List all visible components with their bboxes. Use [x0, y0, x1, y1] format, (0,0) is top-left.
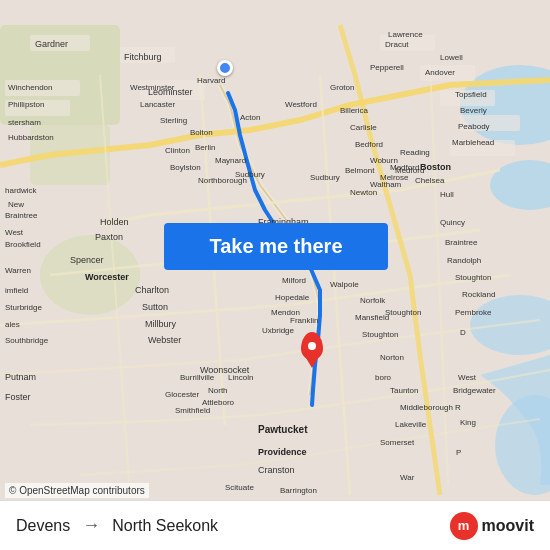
svg-text:Uxbridge: Uxbridge	[262, 326, 295, 335]
svg-text:Fitchburg: Fitchburg	[124, 52, 162, 62]
svg-text:Webster: Webster	[148, 335, 181, 345]
svg-text:Pawtucket: Pawtucket	[258, 424, 308, 435]
svg-text:Middleborough: Middleborough	[400, 403, 453, 412]
svg-text:War: War	[400, 473, 415, 482]
svg-text:Newton: Newton	[350, 188, 377, 197]
svg-text:Beverly: Beverly	[460, 106, 487, 115]
svg-text:Paxton: Paxton	[95, 232, 123, 242]
svg-text:Braintree: Braintree	[5, 211, 38, 220]
svg-text:Sturbridge: Sturbridge	[5, 303, 42, 312]
moovit-text: moovit	[482, 517, 534, 535]
svg-text:North: North	[208, 386, 228, 395]
svg-text:Phillipston: Phillipston	[8, 100, 44, 109]
svg-text:Stoughton: Stoughton	[455, 273, 491, 282]
svg-text:Brookfield: Brookfield	[5, 240, 41, 249]
svg-text:Marblehead: Marblehead	[452, 138, 494, 147]
svg-text:D: D	[460, 328, 466, 337]
origin-label: Devens	[16, 517, 70, 535]
svg-text:Bedford: Bedford	[355, 140, 383, 149]
svg-text:Topsfield: Topsfield	[455, 90, 487, 99]
svg-text:Pepperell: Pepperell	[370, 63, 404, 72]
svg-text:Lancaster: Lancaster	[140, 100, 175, 109]
svg-text:Harvard: Harvard	[197, 76, 225, 85]
svg-text:hardwick: hardwick	[5, 186, 38, 195]
svg-text:Lawrence: Lawrence	[388, 30, 423, 39]
svg-text:Norton: Norton	[380, 353, 404, 362]
svg-text:Andover: Andover	[425, 68, 455, 77]
svg-text:Hull: Hull	[440, 190, 454, 199]
svg-text:Westminster: Westminster	[130, 83, 175, 92]
svg-text:Taunton: Taunton	[390, 386, 418, 395]
svg-text:Glocester: Glocester	[165, 390, 200, 399]
svg-text:Sterling: Sterling	[160, 116, 187, 125]
take-me-there-button[interactable]: Take me there	[164, 223, 388, 270]
svg-text:Boylston: Boylston	[170, 163, 201, 172]
svg-text:Bridgewater: Bridgewater	[453, 386, 496, 395]
svg-text:imfield: imfield	[5, 286, 28, 295]
svg-text:Worcester: Worcester	[85, 272, 129, 282]
svg-text:Medford: Medford	[395, 166, 424, 175]
svg-text:West: West	[458, 373, 477, 382]
svg-text:Cranston: Cranston	[258, 465, 295, 475]
svg-text:Northborough: Northborough	[198, 176, 247, 185]
svg-text:Lowell: Lowell	[440, 53, 463, 62]
svg-text:Acton: Acton	[240, 113, 260, 122]
route-info: Devens → North Seekonk	[16, 515, 218, 536]
svg-text:Sudbury: Sudbury	[310, 173, 340, 182]
svg-text:King: King	[460, 418, 476, 427]
svg-text:Rockland: Rockland	[462, 290, 495, 299]
svg-text:Clinton: Clinton	[165, 146, 190, 155]
svg-text:Barrington: Barrington	[280, 486, 317, 495]
destination-pin	[301, 332, 323, 368]
map-background: Leominster Harvard Dracut Lawrence Andov…	[0, 0, 550, 550]
svg-text:West: West	[5, 228, 24, 237]
svg-text:stersham: stersham	[8, 118, 41, 127]
svg-text:Smithfield: Smithfield	[175, 406, 210, 415]
svg-text:ales: ales	[5, 320, 20, 329]
svg-text:Peabody: Peabody	[458, 122, 490, 131]
svg-text:Bolton: Bolton	[190, 128, 213, 137]
svg-text:R: R	[455, 403, 461, 412]
svg-text:New: New	[8, 200, 24, 209]
svg-text:Holden: Holden	[100, 217, 129, 227]
svg-text:boro: boro	[375, 373, 392, 382]
svg-text:Burrillville: Burrillville	[180, 373, 215, 382]
svg-text:Spencer: Spencer	[70, 255, 104, 265]
svg-text:Norfolk: Norfolk	[360, 296, 386, 305]
svg-text:Stoughton: Stoughton	[362, 330, 398, 339]
svg-text:Putnam: Putnam	[5, 372, 36, 382]
svg-text:Southbridge: Southbridge	[5, 336, 49, 345]
svg-text:P: P	[456, 448, 461, 457]
svg-text:Walpole: Walpole	[330, 280, 359, 289]
svg-text:Gardner: Gardner	[35, 39, 68, 49]
svg-text:Westford: Westford	[285, 100, 317, 109]
svg-text:Scituate: Scituate	[225, 483, 254, 492]
svg-text:Reading: Reading	[400, 148, 430, 157]
svg-text:Milford: Milford	[282, 276, 306, 285]
svg-text:Somerset: Somerset	[380, 438, 415, 447]
svg-text:Dracut: Dracut	[385, 40, 409, 49]
svg-text:Sutton: Sutton	[142, 302, 168, 312]
svg-text:Chelsea: Chelsea	[415, 176, 445, 185]
svg-text:Winchendon: Winchendon	[8, 83, 52, 92]
svg-text:Hubbardston: Hubbardston	[8, 133, 54, 142]
svg-text:Lincoln: Lincoln	[228, 373, 253, 382]
svg-text:Hopedale: Hopedale	[275, 293, 310, 302]
svg-text:Franklin: Franklin	[290, 316, 318, 325]
svg-text:Millbury: Millbury	[145, 319, 177, 329]
svg-text:Quincy: Quincy	[440, 218, 465, 227]
moovit-logo: m moovit	[450, 512, 534, 540]
map-attribution: © OpenStreetMap contributors	[5, 483, 149, 498]
svg-text:Charlton: Charlton	[135, 285, 169, 295]
arrow-icon: →	[82, 515, 100, 536]
origin-pin	[217, 60, 233, 76]
svg-text:Carlisle: Carlisle	[350, 123, 377, 132]
moovit-icon: m	[450, 512, 478, 540]
svg-text:Lakeville: Lakeville	[395, 420, 427, 429]
svg-text:Stoughton: Stoughton	[385, 308, 421, 317]
svg-text:Billerica: Billerica	[340, 106, 369, 115]
svg-text:Providence: Providence	[258, 447, 307, 457]
svg-text:Belmont: Belmont	[345, 166, 375, 175]
svg-text:Foster: Foster	[5, 392, 31, 402]
svg-text:Boston: Boston	[420, 162, 451, 172]
